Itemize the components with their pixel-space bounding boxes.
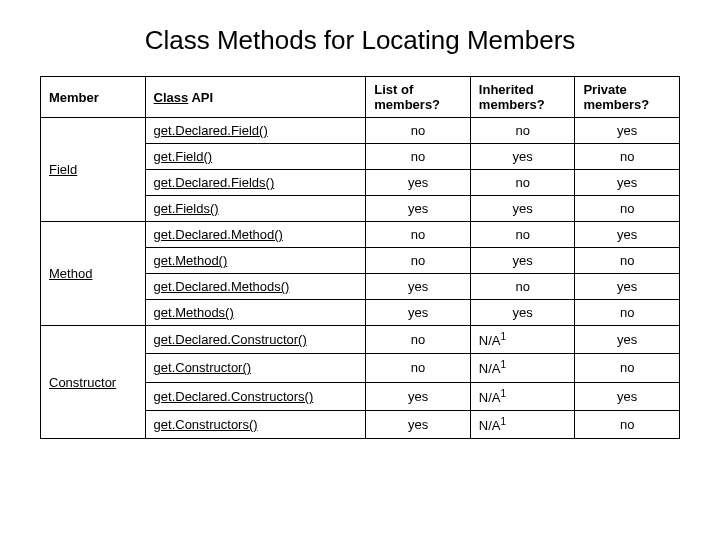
group-name: Field	[41, 118, 146, 222]
inherited-cell: no	[470, 274, 575, 300]
api-cell: get.Constructors()	[145, 410, 366, 438]
inherited-cell: yes	[470, 300, 575, 326]
inherited-cell: N/A1	[470, 354, 575, 382]
api-link[interactable]: get.Method()	[154, 253, 228, 268]
inherited-cell: no	[470, 170, 575, 196]
api-cell: get.Declared.Field()	[145, 118, 366, 144]
api-cell: get.Fields()	[145, 196, 366, 222]
group-name: Constructor	[41, 326, 146, 439]
list-cell: yes	[366, 170, 471, 196]
group-name: Method	[41, 222, 146, 326]
api-cell: get.Field()	[145, 144, 366, 170]
class-link[interactable]: Class	[154, 90, 189, 105]
private-cell: yes	[575, 222, 680, 248]
api-link[interactable]: get.Methods()	[154, 305, 234, 320]
private-cell: yes	[575, 274, 680, 300]
api-link[interactable]: get.Field()	[154, 149, 213, 164]
header-api: Class API	[145, 77, 366, 118]
list-cell: yes	[366, 196, 471, 222]
page-title: Class Methods for Locating Members	[40, 25, 680, 56]
private-cell: no	[575, 354, 680, 382]
private-cell: yes	[575, 326, 680, 354]
private-cell: no	[575, 410, 680, 438]
private-cell: yes	[575, 170, 680, 196]
api-link[interactable]: get.Constructors()	[154, 417, 258, 432]
inherited-cell: yes	[470, 196, 575, 222]
api-link[interactable]: get.Constructor()	[154, 360, 252, 375]
list-cell: no	[366, 326, 471, 354]
header-member: Member	[41, 77, 146, 118]
header-private: Private members?	[575, 77, 680, 118]
private-cell: no	[575, 300, 680, 326]
table-row: Fieldget.Declared.Field()nonoyes	[41, 118, 680, 144]
inherited-cell: yes	[470, 248, 575, 274]
api-link[interactable]: get.Declared.Constructors()	[154, 389, 314, 404]
members-table: Member Class API List of members? Inheri…	[40, 76, 680, 439]
api-cell: get.Declared.Fields()	[145, 170, 366, 196]
api-link[interactable]: get.Declared.Constructor()	[154, 332, 307, 347]
api-cell: get.Method()	[145, 248, 366, 274]
api-link[interactable]: get.Declared.Field()	[154, 123, 268, 138]
api-link[interactable]: get.Declared.Method()	[154, 227, 283, 242]
list-cell: no	[366, 222, 471, 248]
api-link[interactable]: get.Declared.Fields()	[154, 175, 275, 190]
api-cell: get.Declared.Constructors()	[145, 382, 366, 410]
api-cell: get.Declared.Constructor()	[145, 326, 366, 354]
table-row: Methodget.Declared.Method()nonoyes	[41, 222, 680, 248]
inherited-cell: no	[470, 118, 575, 144]
private-cell: yes	[575, 118, 680, 144]
api-cell: get.Constructor()	[145, 354, 366, 382]
table-header-row: Member Class API List of members? Inheri…	[41, 77, 680, 118]
private-cell: no	[575, 248, 680, 274]
api-cell: get.Methods()	[145, 300, 366, 326]
table-row: Constructorget.Declared.Constructor()noN…	[41, 326, 680, 354]
list-cell: yes	[366, 382, 471, 410]
api-cell: get.Declared.Method()	[145, 222, 366, 248]
inherited-cell: N/A1	[470, 410, 575, 438]
list-cell: no	[366, 248, 471, 274]
list-cell: yes	[366, 410, 471, 438]
private-cell: no	[575, 144, 680, 170]
header-list: List of members?	[366, 77, 471, 118]
private-cell: no	[575, 196, 680, 222]
list-cell: yes	[366, 300, 471, 326]
list-cell: no	[366, 118, 471, 144]
list-cell: yes	[366, 274, 471, 300]
list-cell: no	[366, 354, 471, 382]
list-cell: no	[366, 144, 471, 170]
private-cell: yes	[575, 382, 680, 410]
inherited-cell: no	[470, 222, 575, 248]
inherited-cell: N/A1	[470, 382, 575, 410]
header-inherited: Inherited members?	[470, 77, 575, 118]
inherited-cell: yes	[470, 144, 575, 170]
api-cell: get.Declared.Methods()	[145, 274, 366, 300]
api-link[interactable]: get.Declared.Methods()	[154, 279, 290, 294]
inherited-cell: N/A1	[470, 326, 575, 354]
api-link[interactable]: get.Fields()	[154, 201, 219, 216]
